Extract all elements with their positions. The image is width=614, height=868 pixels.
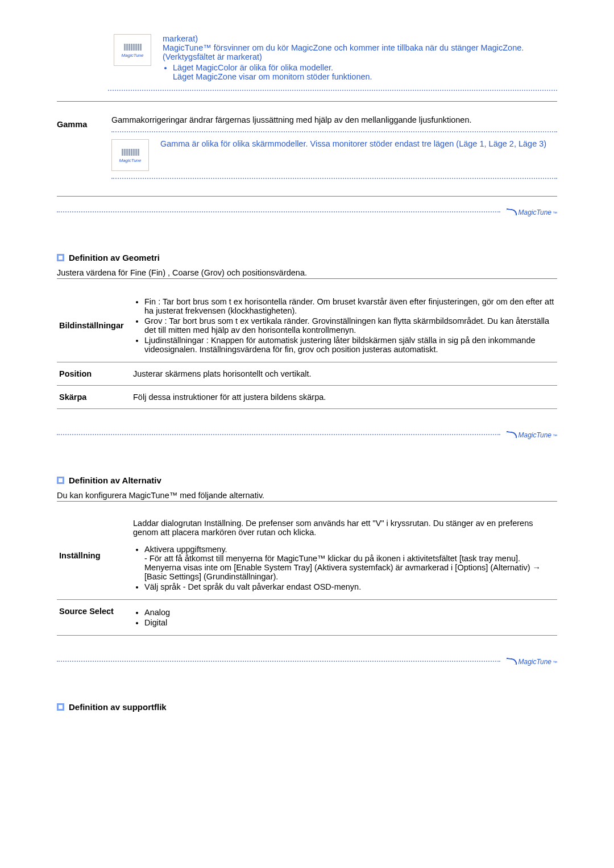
term-installning: Inställning — [57, 512, 131, 600]
table-row: Skärpa Följ dessa instruktioner för att … — [57, 386, 557, 409]
list-item: Grov : Tar bort brus som t ex vertikala … — [144, 316, 555, 335]
term-skarpa: Skärpa — [57, 386, 131, 409]
list-item: Analog — [144, 608, 555, 617]
swoosh-icon — [506, 207, 517, 215]
brand-footer-row: MagicTune™ — [57, 656, 557, 666]
installning-lead: Laddar dialogrutan Inställning. De prefe… — [133, 519, 555, 537]
magiczone-note-text: MagicTune™ försvinner om du kör MagicZon… — [163, 43, 557, 61]
magictune-logo: MagicTune™ — [506, 429, 557, 439]
geometry-intro: Justera värdena för Fine (Fin) , Coarse … — [57, 268, 557, 277]
magictune-logo: MagicTune™ — [506, 656, 557, 666]
desc-skarpa: Följ dessa instruktioner för att justera… — [131, 386, 557, 409]
alternativ-title: Definition av Alternativ — [69, 475, 161, 485]
gamma-note: Gamma är olika för olika skärmmodeller. … — [160, 139, 557, 171]
swoosh-icon — [506, 429, 517, 437]
section-title-geometry: Definition av Geometri — [57, 253, 557, 262]
brand-tm: ™ — [553, 660, 557, 665]
gamma-intro: Gammakorrigeringar ändrar färgernas ljus… — [111, 115, 557, 124]
desc-installning: Laddar dialogrutan Inställning. De prefe… — [131, 512, 557, 600]
desc-source-select: Analog Digital — [131, 600, 557, 636]
divider-solid — [57, 196, 557, 197]
brand-footer-row: MagicTune™ — [57, 429, 557, 439]
section-title-support: Definition av supportflik — [57, 702, 557, 712]
divider-dotted — [111, 131, 557, 132]
magictune-badge-icon: MagicTune — [114, 34, 151, 66]
table-row: Bildinställningar Fin : Tar bort brus so… — [57, 289, 557, 362]
term-position: Position — [57, 362, 131, 386]
divider-solid — [57, 101, 557, 102]
desc-position: Justerar skärmens plats horisontellt och… — [131, 362, 557, 386]
gamma-section: Gamma Gammakorrigeringar ändrar färgerna… — [57, 115, 557, 186]
term-source-select: Source Select — [57, 600, 131, 636]
section-bullet-icon — [57, 254, 64, 261]
tip-icon-label: MagicTune — [122, 53, 144, 58]
brand-name: MagicTune — [518, 431, 551, 439]
section-bullet-icon — [57, 703, 64, 711]
brand-footer-row: MagicTune™ — [57, 207, 557, 216]
list-item: Välj språk - Det språk du valt påverkar … — [144, 582, 555, 591]
brand-name: MagicTune — [518, 208, 551, 216]
swoosh-icon — [506, 656, 517, 664]
divider-dotted — [108, 90, 557, 91]
table-row: Inställning Laddar dialogrutan Inställni… — [57, 512, 557, 600]
term-bildinstallningar: Bildinställningar — [57, 289, 131, 362]
list-item: Fin : Tar bort brus som t ex horisontell… — [144, 297, 555, 315]
magiczone-bullet: Läget MagicColor är olika för olika mode… — [173, 63, 333, 72]
alternativ-intro: Du kan konfigurera MagicTune™ med följan… — [57, 491, 557, 500]
brand-name: MagicTune — [518, 658, 551, 666]
geometry-title: Definition av Geometri — [69, 253, 160, 262]
magiczone-bullets: Läget MagicColor är olika för olika mode… — [173, 63, 557, 81]
tip-icon-label: MagicTune — [119, 158, 142, 163]
section-bullet-icon — [57, 477, 64, 484]
brand-tm: ™ — [553, 433, 557, 439]
magictune-badge-icon: MagicTune — [111, 139, 149, 171]
divider-solid — [57, 501, 557, 502]
desc-bildinstallningar: Fin : Tar bort brus som t ex horisontell… — [131, 289, 557, 362]
magiczone-bullet-sub: Läget MagicZone visar om monitorn stöder… — [173, 72, 557, 81]
gamma-label: Gamma — [57, 115, 97, 186]
magictune-logo: MagicTune™ — [506, 207, 557, 216]
geometry-table: Bildinställningar Fin : Tar bort brus so… — [57, 289, 557, 409]
section-title-alternativ: Definition av Alternativ — [57, 475, 557, 485]
table-row: Position Justerar skärmens plats horison… — [57, 362, 557, 386]
magiczone-note-tail: markerat) — [163, 34, 557, 43]
divider-solid — [57, 278, 557, 279]
magiczone-notes: markerat) MagicTune™ försvinner om du kö… — [163, 34, 557, 83]
list-item: Aktivera uppgiftsmeny. - För att få åtko… — [144, 545, 555, 581]
list-item: Digital — [144, 618, 555, 627]
list-item: Ljudinställningar : Knappen för automati… — [144, 336, 555, 354]
alternativ-table: Inställning Laddar dialogrutan Inställni… — [57, 512, 557, 636]
support-title: Definition av supportflik — [69, 702, 167, 712]
divider-dotted — [111, 178, 557, 179]
table-row: Source Select Analog Digital — [57, 600, 557, 636]
brand-tm: ™ — [553, 211, 557, 216]
